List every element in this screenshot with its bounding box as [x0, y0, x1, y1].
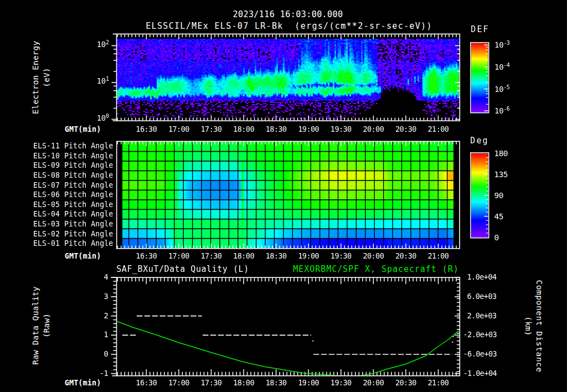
- quality-y-tick-label: -1: [100, 370, 108, 378]
- deg-colorbar-tick-label: 180: [494, 149, 508, 158]
- spectrogram-x-tick-label: 18:30: [266, 126, 287, 133]
- deg-colorbar: [466, 148, 495, 243]
- spectrogram-x-tick-label: 17:30: [200, 126, 221, 133]
- spectrogram-y-tick-label: 102: [97, 40, 109, 48]
- distance-y-axis-label: Component Distance: [535, 280, 544, 372]
- quality-x-tick-label: 16:30: [136, 380, 157, 388]
- pitch-x-axis-label: GMT(min): [65, 252, 101, 260]
- quality-x-tick-label: 19:30: [331, 380, 352, 388]
- page-title-datetime: 2023/116 16:03:00.000: [233, 11, 343, 19]
- def-colorbar-tick-label: 10-4: [494, 63, 509, 71]
- distance-y-tick-label: -6.0e+03: [463, 350, 497, 358]
- pitch-x-tick-label: 19:00: [298, 252, 319, 260]
- pitch-x-tick-label: 20:00: [363, 252, 384, 260]
- spectrogram-figure: 2023/116 16:03:00.000 ELSSCIL/MEx ELS-07…: [0, 0, 567, 392]
- quality-x-tick-label: 18:00: [233, 380, 254, 388]
- spectrogram-x-tick-label: 21:00: [428, 126, 449, 133]
- spectrogram-y-axis-label: Electron Energy: [32, 41, 40, 114]
- pitch-row-label: ELS-03 Pitch Angle: [33, 220, 113, 228]
- pitch-x-tick-label: 19:30: [331, 252, 352, 260]
- spectrogram-x-tick-label: 16:30: [136, 126, 157, 133]
- quality-distance-plot: [109, 272, 470, 380]
- deg-colorbar-tick-label: 135: [494, 171, 508, 179]
- deg-colorbar-title: Deg: [470, 137, 489, 145]
- quality-x-tick-label: 21:00: [428, 380, 449, 388]
- pitch-row-label: ELS-11 Pitch Angle: [33, 142, 113, 149]
- pitch-row-label: ELS-09 Pitch Angle: [33, 162, 113, 169]
- pitch-x-tick-label: 18:00: [233, 252, 254, 260]
- quality-y-tick-label: 3: [104, 293, 108, 301]
- quality-x-tick-label: 17:30: [200, 380, 221, 388]
- spectrogram-x-tick-label: 20:30: [395, 126, 416, 133]
- quality-y-tick-label: 0: [104, 350, 108, 358]
- spectrogram-y-axis-unit: (eV): [43, 68, 51, 87]
- pitch-x-tick-label: 17:00: [168, 252, 189, 260]
- def-colorbar-title: DEF: [471, 25, 489, 34]
- pitch-row-label: ELS-10 Pitch Angle: [33, 152, 113, 159]
- quality-x-axis-label: GMT(min): [65, 380, 101, 388]
- spectrogram-x-tick-label: 19:30: [331, 126, 352, 133]
- def-colorbar-tick-label: 10-6: [494, 107, 509, 115]
- pitch-row-label: ELS-06 Pitch Angle: [33, 191, 113, 198]
- quality-y-axis-label: Raw Data Quality: [32, 286, 40, 364]
- quality-y-tick-label: 1: [104, 332, 108, 339]
- pitch-row-label: ELS-01 Pitch Angle: [33, 240, 113, 247]
- pitch-angle-heatmap: [109, 136, 470, 252]
- deg-colorbar-tick-label: 0: [494, 233, 499, 241]
- quality-series-title: SAF_BXuT/Data Quality (L): [116, 265, 249, 274]
- pitch-x-tick-label: 21:00: [428, 252, 449, 260]
- quality-y-axis-unit: (Raw): [43, 313, 51, 338]
- deg-colorbar-tick-label: 45: [494, 212, 503, 220]
- pitch-row-label: ELS-05 Pitch Angle: [33, 201, 113, 208]
- spectrogram-y-tick-label: 101: [97, 77, 109, 85]
- pitch-x-tick-label: 18:30: [266, 252, 287, 260]
- def-colorbar: [466, 38, 495, 116]
- pitch-row-label: ELS-02 Pitch Angle: [33, 230, 113, 238]
- pitch-row-label: ELS-07 Pitch Angle: [33, 182, 113, 189]
- spectrogram-y-tick-label: 100: [97, 114, 109, 122]
- distance-y-axis-unit: (km): [524, 316, 533, 336]
- distance-y-tick-label: 1.0e+04: [467, 274, 497, 281]
- def-colorbar-tick-label: 10-5: [494, 85, 509, 93]
- quality-x-tick-label: 20:30: [395, 380, 416, 388]
- distance-series-title: MEXORBMC/SPF X, Spacecraft (R): [293, 265, 458, 274]
- pitch-x-tick-label: 17:30: [200, 252, 221, 260]
- def-colorbar-tick-label: 10-3: [494, 41, 509, 49]
- quality-x-tick-label: 20:00: [363, 380, 384, 388]
- spectrogram-x-tick-label: 19:00: [298, 126, 319, 133]
- pitch-x-tick-label: 20:30: [395, 252, 416, 260]
- distance-y-tick-label: -1.0e+04: [463, 370, 497, 378]
- quality-x-tick-label: 18:30: [266, 380, 287, 388]
- quality-x-tick-label: 17:00: [168, 380, 189, 388]
- distance-y-tick-label: -2.0e+03: [463, 332, 497, 339]
- spectrogram-x-tick-label: 18:00: [233, 126, 254, 133]
- distance-y-tick-label: 2.0e+03: [467, 312, 497, 320]
- spectrogram-x-tick-label: 20:00: [363, 126, 384, 133]
- deg-colorbar-tick-label: 90: [494, 192, 503, 200]
- spectrogram-x-tick-label: 17:00: [168, 126, 189, 133]
- pitch-row-label: ELS-04 Pitch Angle: [33, 211, 113, 218]
- pitch-row-label: ELS-08 Pitch Angle: [33, 172, 113, 179]
- quality-x-tick-label: 19:00: [298, 380, 319, 388]
- quality-y-tick-label: 4: [104, 274, 108, 281]
- spectrogram-x-axis-label: GMT(min): [65, 126, 101, 133]
- electron-energy-spectrogram: [109, 29, 470, 130]
- distance-y-tick-label: 6.0e+03: [467, 293, 497, 301]
- quality-y-tick-label: 2: [104, 312, 108, 320]
- pitch-x-tick-label: 16:30: [136, 252, 157, 260]
